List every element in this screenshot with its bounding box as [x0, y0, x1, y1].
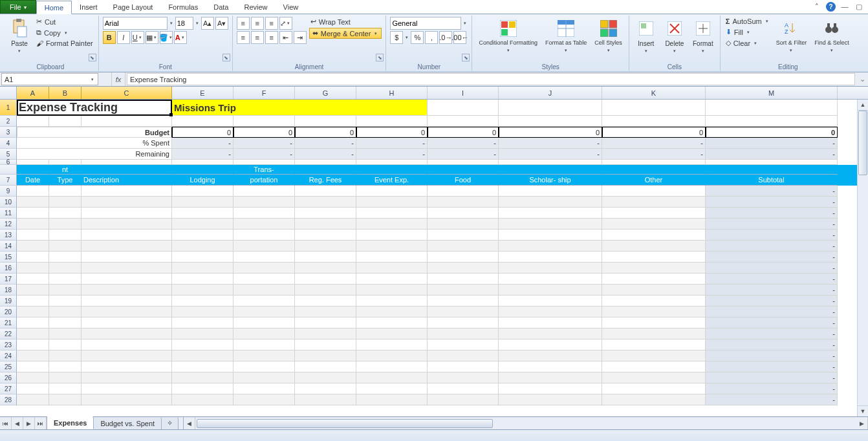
- col-header-B[interactable]: B: [49, 87, 81, 99]
- row-header-15[interactable]: 15: [0, 252, 17, 263]
- tab-view[interactable]: View: [276, 0, 307, 14]
- select-all-corner[interactable]: [0, 87, 17, 99]
- clipboard-dialog-launcher[interactable]: ⬊: [89, 54, 96, 61]
- accounting-button[interactable]: $: [390, 31, 403, 44]
- hscroll-thumb[interactable]: [197, 419, 493, 428]
- format-painter-button[interactable]: 🖌Format Painter: [35, 39, 94, 48]
- row-header-11[interactable]: 11: [0, 208, 17, 219]
- ribbon-minimize-icon[interactable]: ˄: [812, 1, 822, 12]
- row-header-28[interactable]: 28: [0, 394, 17, 405]
- cell-M1[interactable]: [706, 100, 838, 116]
- scroll-down-button[interactable]: ▼: [858, 405, 868, 416]
- number-format-combo[interactable]: [390, 17, 461, 30]
- orientation-button[interactable]: ⤢▾: [279, 17, 292, 30]
- fx-button[interactable]: fx: [111, 72, 125, 86]
- cell-I1[interactable]: [428, 100, 499, 116]
- hdr-scholarship[interactable]: Scholar- ship: [499, 175, 602, 186]
- underline-button[interactable]: U▾: [131, 31, 144, 44]
- row-header-22[interactable]: 22: [0, 328, 17, 339]
- row-header-9[interactable]: 9: [0, 186, 17, 197]
- hdr-other[interactable]: Other: [602, 175, 706, 186]
- formula-input[interactable]: Expense Tracking: [127, 73, 855, 85]
- row-header-24[interactable]: 24: [0, 350, 17, 361]
- first-sheet-button[interactable]: ⏮: [0, 417, 12, 429]
- row-header-25[interactable]: 25: [0, 361, 17, 372]
- decrease-indent-button[interactable]: ⇤: [279, 31, 292, 44]
- vertical-scrollbar[interactable]: ▲ ▼: [857, 100, 868, 416]
- hdr-event-exp[interactable]: Event Exp.: [356, 175, 428, 186]
- bold-button[interactable]: B: [103, 31, 116, 44]
- tab-review[interactable]: Review: [236, 0, 275, 14]
- clear-button[interactable]: ◇Clear▾: [724, 38, 771, 48]
- percent-button[interactable]: %: [411, 31, 424, 44]
- tab-page-layout[interactable]: Page Layout: [105, 0, 161, 14]
- col-header-E[interactable]: E: [172, 87, 233, 99]
- grow-font-button[interactable]: A▴: [201, 17, 214, 30]
- sheet-tab-expenses[interactable]: Expenses: [47, 416, 94, 429]
- row-header-14[interactable]: 14: [0, 241, 17, 252]
- hdr-reg-fees[interactable]: Reg. Fees: [295, 175, 356, 186]
- font-name-combo[interactable]: [103, 17, 168, 30]
- hscroll-left[interactable]: ◀: [184, 417, 195, 429]
- hdr-food[interactable]: Food: [428, 175, 499, 186]
- insert-cells-button[interactable]: Insert▾: [633, 17, 659, 55]
- find-select-button[interactable]: Find & Select▾: [812, 17, 852, 54]
- row-header-13[interactable]: 13: [0, 230, 17, 241]
- conditional-formatting-button[interactable]: Conditional Formatting▾: [476, 17, 540, 54]
- row-header-26[interactable]: 26: [0, 372, 17, 383]
- col-header-H[interactable]: H: [356, 87, 428, 99]
- cell-J1[interactable]: [499, 100, 602, 116]
- tab-home[interactable]: Home: [36, 1, 72, 14]
- fill-button[interactable]: ⬇Fill▾: [724, 27, 771, 37]
- row-header-10[interactable]: 10: [0, 197, 17, 208]
- tab-data[interactable]: Data: [206, 0, 236, 14]
- restore-icon[interactable]: ▢: [854, 1, 864, 12]
- prev-sheet-button[interactable]: ◀: [12, 417, 23, 429]
- hscroll-right[interactable]: ▶: [856, 417, 868, 429]
- name-box[interactable]: A1▾: [1, 73, 98, 85]
- last-sheet-button[interactable]: ⏭: [35, 417, 47, 429]
- row-header-1[interactable]: 1: [0, 100, 17, 116]
- row-header-17[interactable]: 17: [0, 274, 17, 285]
- shrink-font-button[interactable]: A▾: [215, 17, 228, 30]
- col-header-F[interactable]: F: [233, 87, 295, 99]
- tab-formulas[interactable]: Formulas: [160, 0, 206, 14]
- alignment-dialog-launcher[interactable]: ⬊: [376, 54, 384, 61]
- hdr-subtotal[interactable]: Subtotal: [706, 175, 838, 186]
- col-header-I[interactable]: I: [428, 87, 499, 99]
- align-center-button[interactable]: ≡: [251, 31, 264, 44]
- row-header-27[interactable]: 27: [0, 383, 17, 394]
- align-bottom-button[interactable]: ≡: [265, 17, 278, 30]
- align-middle-button[interactable]: ≡: [251, 17, 264, 30]
- row-header-16[interactable]: 16: [0, 263, 17, 274]
- autosum-button[interactable]: ΣAutoSum▾: [724, 17, 771, 26]
- wrap-text-button[interactable]: ↩Wrap Text: [309, 17, 382, 27]
- comma-button[interactable]: ,: [425, 31, 438, 44]
- format-cells-button[interactable]: Format▾: [690, 17, 716, 55]
- font-color-button[interactable]: A▾: [174, 31, 187, 44]
- decrease-decimal-button[interactable]: .00←: [453, 31, 466, 44]
- fill-color-button[interactable]: 🪣▾: [160, 31, 173, 44]
- row-header-19[interactable]: 19: [0, 296, 17, 307]
- increase-decimal-button[interactable]: .0→: [439, 31, 452, 44]
- copy-button[interactable]: ⧉Copy▾: [35, 28, 94, 38]
- formula-bar-expand[interactable]: ⌄: [856, 72, 868, 86]
- sort-filter-button[interactable]: AZSort & Filter▾: [774, 17, 810, 54]
- format-as-table-button[interactable]: Format as Table▾: [543, 17, 589, 54]
- cut-button[interactable]: ✂Cut: [35, 17, 94, 27]
- next-sheet-button[interactable]: ▶: [23, 417, 35, 429]
- vscroll-thumb[interactable]: [858, 111, 867, 175]
- col-header-J[interactable]: J: [499, 87, 602, 99]
- align-left-button[interactable]: ≡: [237, 31, 250, 44]
- align-right-button[interactable]: ≡: [265, 31, 278, 44]
- paste-button[interactable]: Paste▾: [6, 17, 32, 55]
- row-header-2[interactable]: 2: [0, 116, 17, 127]
- align-top-button[interactable]: ≡: [237, 17, 250, 30]
- remaining-label[interactable]: Remaining: [17, 149, 172, 160]
- file-tab[interactable]: File▾: [0, 0, 36, 14]
- row-header-3[interactable]: 3: [0, 127, 17, 138]
- number-dialog-launcher[interactable]: ⬊: [462, 54, 470, 61]
- delete-cells-button[interactable]: Delete▾: [662, 17, 688, 55]
- border-button[interactable]: ▦▾: [146, 31, 158, 44]
- hdr-date[interactable]: Date: [17, 175, 49, 186]
